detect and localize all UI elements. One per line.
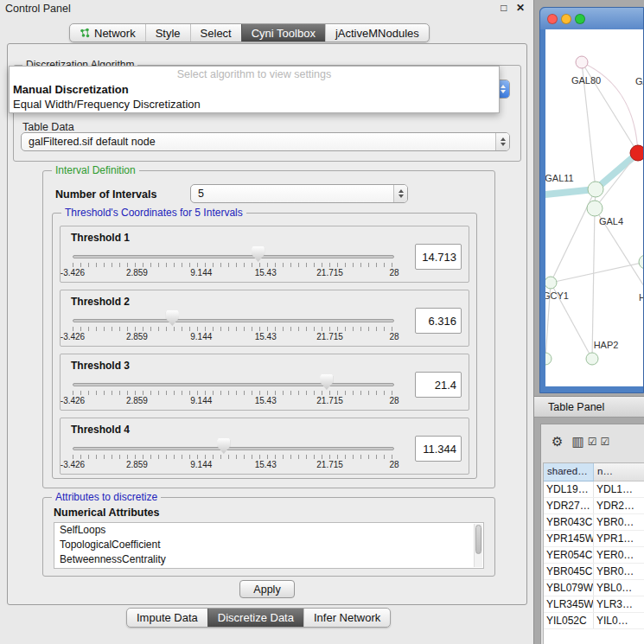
table-row[interactable]: YIL052CYIL0… — [544, 613, 644, 629]
node-label: HAP2 — [594, 340, 619, 350]
float-icon[interactable]: □ — [501, 2, 507, 14]
thresholds-group: Threshold's Coordinates for 5 Intervals … — [52, 213, 477, 479]
window-title: Control Panel — [5, 3, 71, 15]
cyni-toolbox-panel: Discretization Algorithm Table Data galF… — [7, 43, 527, 605]
algorithm-option-manual[interactable]: Manual Discretization — [10, 82, 499, 97]
network-icon — [80, 28, 90, 38]
table-panel-header[interactable]: Table Panel — [534, 396, 644, 418]
scale-label: 21.715 — [316, 268, 343, 277]
threshold-1-value-field[interactable] — [415, 244, 462, 270]
cell[interactable]: YBR0… — [594, 514, 644, 530]
network-node[interactable] — [545, 277, 557, 289]
tab-network[interactable]: Network — [70, 24, 145, 41]
column-header-name[interactable]: n… — [594, 463, 644, 481]
list-item[interactable]: TopologicalCoefficient — [54, 538, 483, 552]
cell[interactable]: YER0… — [594, 547, 644, 563]
bottom-tabstrip: Impute Data Discretize Data Infer Networ… — [126, 608, 391, 628]
algorithm-option-equal-width[interactable]: Equal Width/Frequency Discretization — [10, 97, 499, 112]
node-label: GAL11 — [545, 173, 574, 183]
cell[interactable]: YLR3… — [594, 596, 644, 612]
threshold-3-panel: Threshold 3 -3.426 2.859 9.144 15.43 21.… — [60, 354, 469, 411]
columns-icon[interactable]: ▥ — [571, 434, 583, 450]
table-panel-window: ⚙ ▥ ☑ ☑ shared… n… YDL19…YDL1… YDR27…YDR… — [540, 424, 644, 644]
list-item[interactable]: SelfLoops — [54, 523, 483, 538]
tab-select[interactable]: Select — [190, 24, 241, 41]
network-node[interactable] — [588, 182, 603, 197]
gear-icon[interactable]: ⚙ — [552, 434, 563, 450]
cell[interactable]: YBR045C — [544, 564, 594, 579]
tab-jactivemnodules[interactable]: jActiveMNodules — [325, 24, 429, 41]
cell[interactable]: YBL079W — [544, 580, 594, 596]
node-label: GAL80 — [571, 75, 601, 86]
scale-label: 2.859 — [126, 460, 148, 469]
network-canvas[interactable]: GAL80 GA GAL11 GAL4 GCY1 H HAP2 — [545, 29, 643, 386]
threshold-2-slider-thumb[interactable] — [166, 310, 179, 326]
network-node[interactable] — [587, 201, 603, 216]
tab-label: Cyni Toolbox — [252, 27, 316, 40]
apply-button[interactable]: Apply — [239, 580, 295, 598]
table-header-row: shared… n… — [544, 463, 644, 481]
table-row[interactable]: YER054CYER0… — [544, 547, 644, 564]
network-node[interactable] — [545, 353, 552, 365]
threshold-4-slider-thumb[interactable] — [217, 438, 230, 454]
tab-style[interactable]: Style — [145, 24, 190, 41]
cell[interactable]: YDR27… — [544, 498, 594, 513]
combobox-stepper-icon[interactable] — [495, 133, 509, 150]
table-row[interactable]: YDR27…YDR2… — [544, 498, 644, 514]
cell[interactable]: YDL1… — [594, 481, 644, 497]
close-traffic-light-icon[interactable] — [547, 14, 558, 24]
table-row[interactable]: YDL19…YDL1… — [544, 481, 644, 498]
threshold-3-value-field[interactable] — [415, 372, 462, 398]
table-row[interactable]: YBR045CYBR0… — [544, 564, 644, 580]
number-of-intervals-value: 5 — [191, 188, 393, 200]
threshold-4-value-field[interactable] — [415, 436, 462, 462]
cell[interactable]: YLR345W — [544, 596, 594, 612]
scale-label: -3.426 — [61, 460, 85, 469]
cell[interactable]: YIL0… — [594, 613, 644, 628]
threshold-2-value-field[interactable] — [415, 308, 462, 334]
number-of-intervals-combobox[interactable]: 5 — [190, 184, 408, 203]
cell[interactable]: YPR1… — [594, 531, 644, 546]
list-item[interactable]: BetweennessCentrality — [54, 552, 483, 567]
network-node[interactable] — [576, 56, 588, 68]
network-window-titlebar[interactable] — [540, 8, 643, 29]
threshold-3-slider-thumb[interactable] — [320, 374, 333, 390]
network-node[interactable] — [639, 255, 643, 269]
cell[interactable]: YER054C — [544, 547, 594, 563]
table-row[interactable]: YBL079WYBL0… — [544, 580, 644, 596]
table-row[interactable]: YLR345WYLR3… — [544, 596, 644, 613]
cell[interactable]: YIL052C — [544, 613, 594, 628]
tab-impute-data[interactable]: Impute Data — [127, 609, 207, 627]
cell[interactable]: YBR043C — [544, 514, 594, 530]
control-panel-window: Control Panel □ ✕ Network Style — [0, 0, 534, 644]
combobox-stepper-icon[interactable] — [393, 185, 407, 202]
tab-discretize-data[interactable]: Discretize Data — [207, 609, 303, 627]
network-node-selected[interactable] — [630, 145, 643, 161]
top-tabstrip: Network Style Select Cyni Toolbox jActiv… — [69, 23, 430, 42]
cell[interactable]: YBR0… — [594, 564, 644, 579]
threshold-1-slider-thumb[interactable] — [252, 246, 265, 262]
close-icon[interactable]: ✕ — [516, 2, 525, 14]
control-panel-titlebar: Control Panel □ ✕ — [0, 0, 533, 17]
cell[interactable]: YDR2… — [594, 498, 644, 513]
minimize-traffic-light-icon[interactable] — [561, 14, 571, 24]
cell[interactable]: YBL0… — [594, 580, 644, 596]
cell[interactable]: YPR145W — [544, 531, 594, 546]
tab-infer-network[interactable]: Infer Network — [303, 609, 390, 627]
table-row[interactable]: YPR145WYPR1… — [544, 531, 644, 547]
column-header-shared-name[interactable]: shared… — [544, 463, 594, 481]
tab-cyni-toolbox[interactable]: Cyni Toolbox — [241, 24, 325, 41]
network-node[interactable] — [586, 353, 598, 365]
scale-label: 2.859 — [126, 332, 148, 341]
table-row[interactable]: YBR043CYBR0… — [544, 514, 644, 531]
select-none-checkbox-icon[interactable]: ☑ — [600, 436, 609, 448]
table-panel-title: Table Panel — [548, 401, 604, 413]
numerical-attributes-list[interactable]: SelfLoops TopologicalCoefficient Between… — [54, 522, 484, 569]
select-all-checkbox-icon[interactable]: ☑ — [588, 436, 597, 448]
scrollbar-thumb[interactable] — [475, 525, 481, 554]
table-data-combobox[interactable]: galFiltered.sif default node — [21, 132, 510, 151]
threshold-1-panel: Threshold 1 -3.426 2.859 9.144 15.43 21.… — [60, 226, 469, 283]
cell[interactable]: YDL19… — [544, 481, 594, 497]
list-scrollbar[interactable] — [474, 524, 482, 567]
zoom-traffic-light-icon[interactable] — [575, 14, 585, 24]
